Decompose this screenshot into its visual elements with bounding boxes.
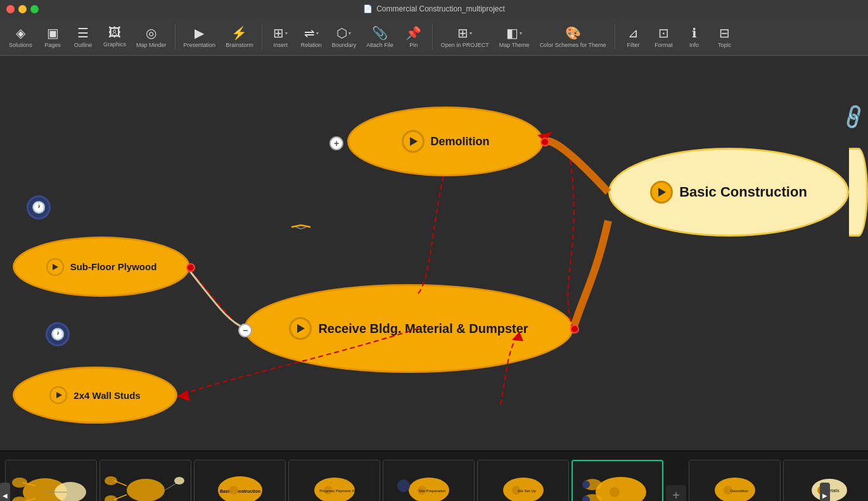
svg-text:Progress Payment #2: Progress Payment #2	[319, 489, 356, 493]
thumb-demolition[interactable]: Demolition Demolition	[689, 460, 781, 501]
toolbar-color-schemes[interactable]: 🎨 Color Schemes for Theme	[536, 23, 610, 51]
svg-point-30	[596, 477, 646, 502]
basic-construction-node[interactable]: Basic Construction	[608, 148, 849, 237]
subfloor-node[interactable]: Sub-Floor Plywood	[13, 237, 190, 297]
toolbar-pin[interactable]: 📌 Pin	[400, 23, 428, 51]
open-project-icon: ⊞	[457, 25, 468, 41]
wallstuds-play-button[interactable]	[49, 386, 67, 404]
svg-point-16	[174, 477, 184, 485]
toolbar-map-minder[interactable]: ◎ Map Minder	[132, 23, 170, 51]
thumb-progress[interactable]: Progress Payment #2 Progress Payment #2	[288, 460, 380, 501]
toolbar-open-project[interactable]: ⊞ ▾ Open in PROJECT	[437, 23, 493, 51]
partial-node	[849, 148, 868, 237]
thumb-map-basic-canvas	[100, 460, 191, 501]
svg-point-34	[582, 481, 590, 488]
svg-point-26	[397, 479, 410, 492]
color-schemes-icon: 🎨	[565, 25, 581, 41]
format-icon: ⊡	[658, 25, 669, 41]
toolbar-separator-1	[175, 24, 176, 49]
thumb-demolition-canvas: Demolition	[689, 460, 780, 501]
receive-play-button[interactable]	[289, 317, 312, 340]
thumb-job-setup-canvas: Job Set Up	[478, 460, 568, 501]
close-button[interactable]	[6, 5, 15, 13]
window-title: 📄 Commercial Construction_multiproject	[363, 4, 505, 13]
thumb-preliminary-canvas	[6, 460, 96, 501]
outline-icon: ☰	[77, 25, 89, 41]
thumb-add-between[interactable]: +	[666, 485, 686, 501]
boundary-icon: ⬡	[336, 25, 347, 41]
toolbar-format[interactable]: ⊡ Format	[650, 23, 678, 51]
toolbar-info[interactable]: ℹ Info	[680, 23, 708, 51]
filmstrip-arrow-right[interactable]: ▶	[820, 483, 830, 501]
toolbar: ◈ Solutions ▣ Pages ☰ Outline 🖼 Graphics…	[0, 18, 868, 56]
thumb-job-setup[interactable]: Job Set Up Job Set Up	[477, 460, 569, 501]
presentation-icon: ▶	[195, 25, 204, 41]
toolbar-separator-2	[262, 24, 262, 49]
svg-text:Demolition: Demolition	[730, 489, 748, 493]
toolbar-solutions[interactable]: ◈ Solutions	[5, 23, 36, 51]
thumb-progress-canvas: Progress Payment #2	[289, 460, 380, 501]
attach-file-icon: 📎	[372, 25, 388, 41]
pages-icon: ▣	[47, 25, 59, 41]
filter-icon: ⊿	[628, 25, 639, 41]
svg-marker-0	[177, 390, 190, 401]
relation-icon: ⇌	[304, 25, 315, 41]
thumb-map-basic[interactable]: Map Basic Construction	[99, 460, 191, 501]
maximize-button[interactable]	[30, 5, 39, 13]
topic-icon: ⊟	[719, 25, 730, 41]
canvas[interactable]: 🕐 🕐 Demolition Basic Construction Sub-Fl…	[0, 56, 868, 450]
svg-text:Basic Construction: Basic Construction	[219, 489, 260, 493]
insert-icon: ⊞	[273, 25, 284, 41]
map-minder-icon: ◎	[146, 25, 156, 41]
basic-construction-play-button[interactable]	[650, 181, 673, 204]
toolbar-brainstorm[interactable]: ⚡ Brainstorm	[222, 23, 257, 51]
basic-construction-label: Basic Construction	[679, 184, 807, 200]
solutions-icon: ◈	[16, 25, 25, 41]
wallstuds-label: 2x4 Wall Studs	[73, 390, 140, 401]
toolbar-filter[interactable]: ⊿ Filter	[620, 23, 648, 51]
toolbar-presentation[interactable]: ▶ Presentation	[180, 23, 220, 51]
minimize-button[interactable]	[18, 5, 27, 13]
toolbar-map-theme[interactable]: ◧ ▾ Map Theme	[495, 23, 533, 51]
toolbar-boundary[interactable]: ⬡ ▾ Boundary	[328, 23, 361, 51]
receive-node[interactable]: Receive Bldg. Material & Dumpster	[244, 284, 573, 373]
thumb-receive-canvas	[573, 461, 662, 501]
svg-text:Site Preparation: Site Preparation	[418, 489, 445, 493]
toolbar-insert[interactable]: ⊞ ▾ Insert	[267, 23, 295, 51]
toolbar-pages[interactable]: ▣ Pages	[39, 23, 67, 51]
add-node-button[interactable]: +	[329, 136, 343, 150]
subfloor-label: Sub-Floor Plywood	[70, 261, 157, 272]
demolition-play-button[interactable]	[402, 130, 424, 153]
clock-icon-2: 🕐	[46, 322, 70, 346]
wallstuds-node[interactable]: 2x4 Wall Studs	[13, 367, 177, 424]
toolbar-relation[interactable]: ⇌ ▾ Relation	[297, 23, 326, 51]
svg-point-4	[54, 482, 86, 502]
clock-icon-1: 🕐	[27, 195, 51, 219]
subfloor-play-button[interactable]	[46, 258, 64, 276]
thumb-receive[interactable]: ▶ 📷 ✕ Receive Bldg. Material...	[571, 460, 663, 501]
demolition-label: Demolition	[431, 135, 490, 148]
thumb-preliminary[interactable]: Preliminary Details	[5, 460, 97, 501]
receive-label: Receive Bldg. Material & Dumpster	[318, 322, 528, 336]
toolbar-graphics[interactable]: 🖼 Graphics	[99, 23, 130, 50]
toolbar-outline[interactable]: ☰ Outline	[69, 23, 97, 51]
thumb-site-prep-canvas: Site Preparation	[383, 460, 474, 501]
connection-dot-1	[540, 138, 549, 146]
toolbar-attach-file[interactable]: 📎 Attach File	[362, 23, 397, 51]
connection-dot-3	[570, 325, 579, 334]
bracket-icon	[288, 224, 314, 239]
brainstorm-icon: ⚡	[231, 25, 247, 41]
thumb-site-prep[interactable]: Site Preparation Site Preparation	[383, 460, 475, 501]
traffic-lights[interactable]	[6, 5, 39, 13]
collapse-node-button[interactable]: −	[238, 323, 252, 337]
pin-icon: 📌	[405, 25, 421, 41]
svg-point-13	[105, 476, 117, 485]
filmstrip-arrow-left[interactable]: ◀	[0, 483, 10, 501]
thumb-basic[interactable]: Basic Construction Basic Construction	[194, 460, 286, 501]
svg-point-8	[12, 478, 27, 488]
demolition-node[interactable]: Demolition	[347, 107, 544, 176]
document-icon: 📄	[363, 4, 373, 13]
toolbar-separator-3	[432, 24, 433, 49]
toolbar-topic[interactable]: ⊟ Topic	[711, 23, 739, 51]
svg-point-33	[610, 487, 620, 497]
